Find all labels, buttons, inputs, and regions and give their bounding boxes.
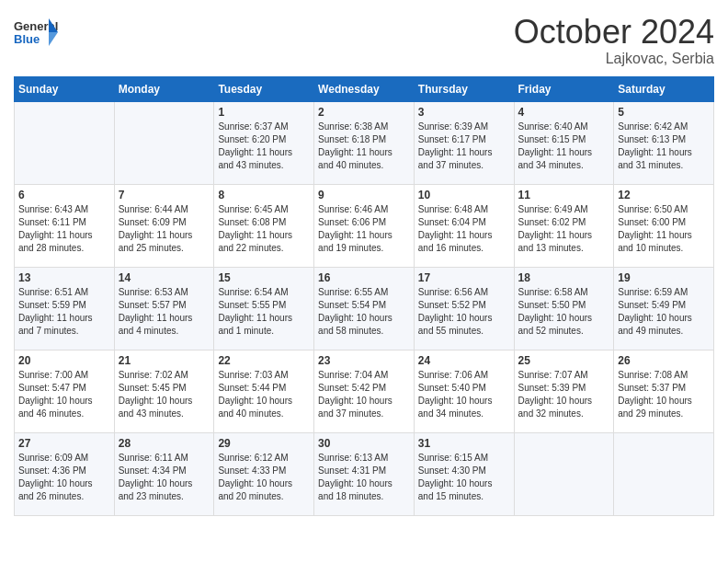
weekday-header-tuesday: Tuesday bbox=[214, 76, 314, 101]
day-info: Sunrise: 6:43 AMSunset: 6:11 PMDaylight:… bbox=[18, 203, 110, 255]
day-info: Sunrise: 6:12 AMSunset: 4:33 PMDaylight:… bbox=[218, 452, 310, 503]
day-number: 11 bbox=[518, 189, 610, 201]
day-number: 24 bbox=[418, 354, 510, 367]
calendar-cell: 25Sunrise: 7:07 AMSunset: 5:39 PMDayligh… bbox=[514, 350, 614, 432]
calendar-week-row: 20Sunrise: 7:00 AMSunset: 5:47 PMDayligh… bbox=[15, 350, 714, 432]
day-info: Sunrise: 7:04 AMSunset: 5:42 PMDaylight:… bbox=[318, 369, 410, 420]
day-number: 5 bbox=[618, 106, 710, 119]
page-title: October 2024 bbox=[514, 14, 714, 51]
calendar-cell: 10Sunrise: 6:48 AMSunset: 6:04 PMDayligh… bbox=[414, 184, 514, 267]
calendar-cell: 11Sunrise: 6:49 AMSunset: 6:02 PMDayligh… bbox=[514, 184, 614, 267]
calendar-cell: 5Sunrise: 6:42 AMSunset: 6:13 PMDaylight… bbox=[614, 101, 714, 184]
day-info: Sunrise: 6:51 AMSunset: 5:59 PMDaylight:… bbox=[18, 286, 110, 338]
calendar-cell bbox=[514, 432, 614, 515]
calendar-cell: 7Sunrise: 6:44 AMSunset: 6:09 PMDaylight… bbox=[114, 184, 214, 267]
calendar-cell: 1Sunrise: 6:37 AMSunset: 6:20 PMDaylight… bbox=[214, 101, 314, 184]
day-number: 18 bbox=[518, 271, 610, 284]
day-number: 3 bbox=[418, 106, 510, 119]
calendar-cell: 4Sunrise: 6:40 AMSunset: 6:15 PMDaylight… bbox=[514, 101, 614, 184]
day-number: 1 bbox=[218, 106, 310, 119]
calendar-cell: 27Sunrise: 6:09 AMSunset: 4:36 PMDayligh… bbox=[15, 432, 115, 515]
calendar-cell: 31Sunrise: 6:15 AMSunset: 4:30 PMDayligh… bbox=[414, 432, 514, 515]
day-info: Sunrise: 6:40 AMSunset: 6:15 PMDaylight:… bbox=[518, 121, 610, 172]
weekday-header-saturday: Saturday bbox=[614, 76, 714, 101]
day-info: Sunrise: 6:54 AMSunset: 5:55 PMDaylight:… bbox=[218, 286, 310, 338]
day-info: Sunrise: 6:53 AMSunset: 5:57 PMDaylight:… bbox=[119, 286, 210, 338]
calendar-cell: 15Sunrise: 6:54 AMSunset: 5:55 PMDayligh… bbox=[214, 267, 314, 350]
day-info: Sunrise: 7:03 AMSunset: 5:44 PMDaylight:… bbox=[218, 369, 310, 420]
day-number: 6 bbox=[18, 189, 110, 201]
day-info: Sunrise: 6:58 AMSunset: 5:50 PMDaylight:… bbox=[518, 286, 610, 338]
day-number: 15 bbox=[218, 271, 310, 284]
calendar-cell: 14Sunrise: 6:53 AMSunset: 5:57 PMDayligh… bbox=[114, 267, 214, 350]
day-info: Sunrise: 6:59 AMSunset: 5:49 PMDaylight:… bbox=[618, 286, 710, 338]
calendar-cell: 8Sunrise: 6:45 AMSunset: 6:08 PMDaylight… bbox=[214, 184, 314, 267]
day-info: Sunrise: 6:44 AMSunset: 6:09 PMDaylight:… bbox=[119, 203, 210, 255]
calendar-cell: 22Sunrise: 7:03 AMSunset: 5:44 PMDayligh… bbox=[214, 350, 314, 432]
page-subtitle: Lajkovac, Serbia bbox=[514, 51, 714, 67]
day-number: 19 bbox=[618, 271, 710, 284]
day-info: Sunrise: 7:00 AMSunset: 5:47 PMDaylight:… bbox=[18, 369, 110, 420]
day-info: Sunrise: 6:09 AMSunset: 4:36 PMDaylight:… bbox=[18, 452, 110, 503]
calendar-table: SundayMondayTuesdayWednesdayThursdayFrid… bbox=[14, 76, 714, 516]
day-info: Sunrise: 6:39 AMSunset: 6:17 PMDaylight:… bbox=[418, 121, 510, 172]
day-number: 17 bbox=[418, 271, 510, 284]
weekday-header-friday: Friday bbox=[514, 76, 614, 101]
weekday-header-thursday: Thursday bbox=[414, 76, 514, 101]
svg-text:Blue: Blue bbox=[14, 32, 40, 46]
day-number: 22 bbox=[218, 354, 310, 367]
day-info: Sunrise: 6:48 AMSunset: 6:04 PMDaylight:… bbox=[418, 203, 510, 255]
day-info: Sunrise: 7:06 AMSunset: 5:40 PMDaylight:… bbox=[418, 369, 510, 420]
calendar-cell: 30Sunrise: 6:13 AMSunset: 4:31 PMDayligh… bbox=[314, 432, 415, 515]
calendar-header-row: SundayMondayTuesdayWednesdayThursdayFrid… bbox=[15, 76, 714, 101]
calendar-cell: 9Sunrise: 6:46 AMSunset: 6:06 PMDaylight… bbox=[314, 184, 415, 267]
day-info: Sunrise: 6:37 AMSunset: 6:20 PMDaylight:… bbox=[218, 121, 310, 172]
calendar-cell: 23Sunrise: 7:04 AMSunset: 5:42 PMDayligh… bbox=[314, 350, 415, 432]
day-number: 23 bbox=[318, 354, 410, 367]
day-number: 28 bbox=[119, 437, 210, 450]
day-number: 31 bbox=[418, 437, 510, 450]
calendar-cell bbox=[15, 101, 115, 184]
day-number: 21 bbox=[119, 354, 210, 367]
day-info: Sunrise: 6:56 AMSunset: 5:52 PMDaylight:… bbox=[418, 286, 510, 338]
day-number: 27 bbox=[18, 437, 110, 450]
day-info: Sunrise: 6:13 AMSunset: 4:31 PMDaylight:… bbox=[318, 452, 410, 503]
calendar-cell: 20Sunrise: 7:00 AMSunset: 5:47 PMDayligh… bbox=[15, 350, 115, 432]
day-number: 2 bbox=[318, 106, 410, 119]
calendar-week-row: 13Sunrise: 6:51 AMSunset: 5:59 PMDayligh… bbox=[15, 267, 714, 350]
calendar-cell: 21Sunrise: 7:02 AMSunset: 5:45 PMDayligh… bbox=[114, 350, 214, 432]
day-number: 13 bbox=[18, 271, 110, 284]
weekday-header-sunday: Sunday bbox=[15, 76, 115, 101]
day-info: Sunrise: 6:11 AMSunset: 4:34 PMDaylight:… bbox=[119, 452, 210, 503]
day-number: 10 bbox=[418, 189, 510, 201]
day-info: Sunrise: 6:42 AMSunset: 6:13 PMDaylight:… bbox=[618, 121, 710, 172]
day-number: 16 bbox=[318, 271, 410, 284]
day-info: Sunrise: 6:50 AMSunset: 6:00 PMDaylight:… bbox=[618, 203, 710, 255]
day-number: 14 bbox=[119, 271, 210, 284]
weekday-header-monday: Monday bbox=[114, 76, 214, 101]
day-number: 29 bbox=[218, 437, 310, 450]
day-info: Sunrise: 6:55 AMSunset: 5:54 PMDaylight:… bbox=[318, 286, 410, 338]
logo: General Blue bbox=[14, 14, 63, 51]
calendar-cell: 2Sunrise: 6:38 AMSunset: 6:18 PMDaylight… bbox=[314, 101, 415, 184]
day-number: 26 bbox=[618, 354, 710, 367]
day-number: 7 bbox=[119, 189, 210, 201]
weekday-header-wednesday: Wednesday bbox=[314, 76, 415, 101]
title-block: October 2024 Lajkovac, Serbia bbox=[514, 14, 714, 67]
day-info: Sunrise: 7:08 AMSunset: 5:37 PMDaylight:… bbox=[618, 369, 710, 420]
calendar-cell: 18Sunrise: 6:58 AMSunset: 5:50 PMDayligh… bbox=[514, 267, 614, 350]
calendar-cell: 26Sunrise: 7:08 AMSunset: 5:37 PMDayligh… bbox=[614, 350, 714, 432]
day-info: Sunrise: 6:38 AMSunset: 6:18 PMDaylight:… bbox=[318, 121, 410, 172]
calendar-cell: 28Sunrise: 6:11 AMSunset: 4:34 PMDayligh… bbox=[114, 432, 214, 515]
calendar-cell: 12Sunrise: 6:50 AMSunset: 6:00 PMDayligh… bbox=[614, 184, 714, 267]
calendar-cell bbox=[614, 432, 714, 515]
calendar-cell: 3Sunrise: 6:39 AMSunset: 6:17 PMDaylight… bbox=[414, 101, 514, 184]
calendar-week-row: 6Sunrise: 6:43 AMSunset: 6:11 PMDaylight… bbox=[15, 184, 714, 267]
calendar-week-row: 1Sunrise: 6:37 AMSunset: 6:20 PMDaylight… bbox=[15, 101, 714, 184]
logo-icon: General Blue bbox=[14, 14, 60, 51]
day-number: 8 bbox=[218, 189, 310, 201]
day-info: Sunrise: 6:15 AMSunset: 4:30 PMDaylight:… bbox=[418, 452, 510, 503]
calendar-cell: 6Sunrise: 6:43 AMSunset: 6:11 PMDaylight… bbox=[15, 184, 115, 267]
day-info: Sunrise: 6:46 AMSunset: 6:06 PMDaylight:… bbox=[318, 203, 410, 255]
calendar-cell bbox=[114, 101, 214, 184]
